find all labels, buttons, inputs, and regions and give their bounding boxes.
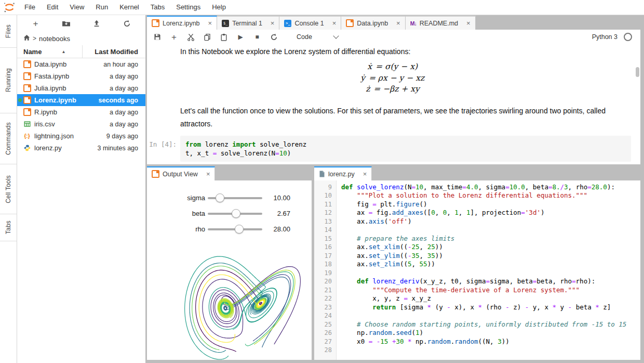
notebook-content[interactable]: In this Notebook we explore the Lorenz s… — [147, 44, 640, 164]
home-icon[interactable] — [23, 34, 30, 43]
copy-button[interactable] — [202, 32, 212, 42]
close-icon[interactable]: × — [396, 20, 400, 27]
cut-button[interactable] — [185, 32, 196, 42]
markdown-paragraph: Let's call the function once to view the… — [180, 105, 623, 131]
kernel-status: Python 3 — [592, 33, 640, 41]
code-line-16: 16 ax.set_xlim((-25, 25)) — [314, 243, 640, 252]
code-line-13: 13 ax.axis('off') — [314, 217, 640, 226]
file-name: R.ipynb — [34, 108, 57, 116]
slider-track[interactable] — [208, 197, 262, 199]
tab-lorenz-ipynb[interactable]: Lorenz.ipynb× — [147, 16, 217, 30]
close-icon[interactable]: × — [332, 20, 337, 27]
file-row-iris.csv[interactable]: iris.csva day ago — [17, 118, 145, 130]
restart-button[interactable] — [269, 32, 279, 42]
notebook-panel: Lorenz.ipynb×$_Terminal 1×>_Console 1×Da… — [147, 16, 640, 164]
cell-editor[interactable]: from lorenz import solve_lorenzt, x_t = … — [180, 136, 631, 162]
menu-run[interactable]: Run — [90, 0, 114, 15]
json-icon: {:} — [24, 133, 30, 139]
output-view-panel: Output View× sigma10.00beta2.67rho28.00 — [147, 166, 312, 360]
new-launcher-button[interactable]: + — [29, 17, 42, 30]
code-line-17: 17 ax.set_ylim((-35, 35)) — [314, 252, 640, 261]
upload-button[interactable] — [90, 17, 103, 30]
new-folder-button[interactable] — [60, 17, 72, 30]
menu-edit[interactable]: Edit — [41, 0, 64, 15]
file-icon — [319, 171, 325, 177]
menu-help[interactable]: Help — [206, 0, 232, 15]
sidebar-tab-running[interactable]: Running — [0, 48, 17, 113]
sidebar-tab-files[interactable]: Files — [0, 15, 17, 48]
breadcrumb-path[interactable]: notebooks — [39, 35, 70, 43]
kernel-name[interactable]: Python 3 — [592, 33, 618, 41]
close-icon[interactable]: × — [271, 20, 275, 27]
slider-track[interactable] — [208, 228, 262, 230]
breadcrumb[interactable]: > notebooks — [17, 32, 145, 45]
chevron-down-icon[interactable] — [333, 33, 339, 38]
refresh-button[interactable] — [121, 17, 133, 30]
slider-track[interactable] — [208, 213, 262, 215]
code-line-24: 24 — [314, 312, 640, 320]
column-header-name[interactable]: Name — [17, 48, 42, 56]
csv-icon — [24, 121, 31, 127]
slider-handle[interactable] — [216, 193, 224, 202]
tab-console-1[interactable]: >_Console 1× — [279, 16, 341, 30]
code-line-20: 20 def lorenz_deriv(x_y_z, t0, sigma=sig… — [314, 277, 640, 286]
file-row-julia.ipynb[interactable]: Julia.ipynba day ago — [17, 82, 145, 94]
slider-value: 10.00 — [264, 194, 290, 202]
main-tab-bar: Lorenz.ipynb×$_Terminal 1×>_Console 1×Da… — [147, 16, 640, 30]
menu-tabs[interactable]: Tabs — [145, 0, 170, 15]
save-button[interactable] — [152, 32, 163, 42]
code-line-19: 19 — [314, 269, 640, 278]
sidebar-tab-label: Running — [5, 68, 12, 92]
sidebar-tab-tabs[interactable]: Tabs — [0, 214, 17, 241]
sidebar-tab-label: Tabs — [5, 221, 12, 234]
close-icon[interactable]: × — [363, 171, 367, 177]
tab-terminal-1[interactable]: $_Terminal 1× — [217, 16, 279, 30]
code-lines[interactable]: 89def solve_lorenz(N=10, max_time=4.0, s… — [314, 180, 640, 355]
file-row-lightning.json[interactable]: {:}lightning.json9 days ago — [17, 130, 145, 142]
tab-data-ipynb[interactable]: Data.ipynb× — [341, 16, 405, 30]
file-row-r.ipynb[interactable]: R.ipynba day ago — [17, 106, 145, 118]
sort-ascending-icon[interactable]: ▲ — [61, 49, 65, 54]
column-header-last-modified[interactable]: Last Modified — [95, 48, 138, 56]
close-icon[interactable]: × — [208, 20, 212, 27]
tab-readme-md[interactable]: M↓README.md× — [406, 16, 476, 30]
menu-settings[interactable]: Settings — [170, 0, 206, 15]
tab-output-view[interactable]: Output View× — [147, 166, 215, 180]
menu-view[interactable]: View — [64, 0, 90, 15]
stop-button[interactable]: ■ — [252, 32, 262, 42]
file-row-data.ipynb[interactable]: Data.ipynban hour ago — [17, 58, 145, 70]
code-line-27: 27 x0 = -15 +30 * np.random.random((N, 3… — [314, 338, 640, 346]
editor-panel: lorenz.py× 89def solve_lorenz(N=10, max_… — [314, 166, 640, 360]
sidebar-tab-commands[interactable]: Commands — [0, 113, 17, 164]
file-row-fasta.ipynb[interactable]: Fasta.ipynba day ago — [17, 70, 145, 82]
save-icon — [154, 33, 161, 41]
run-button[interactable]: ▶ — [235, 32, 246, 42]
running-kernel-dot — [18, 98, 22, 102]
editor-body[interactable]: 89def solve_lorenz(N=10, max_time=4.0, s… — [314, 180, 640, 360]
plus-icon: + — [171, 33, 177, 42]
slider-handle[interactable] — [232, 209, 240, 218]
slider-handle[interactable] — [235, 225, 244, 234]
file-row-lorenz.ipynb[interactable]: Lorenz.ipynbseconds ago — [17, 94, 145, 106]
close-icon[interactable]: × — [466, 20, 471, 27]
run-icon: ▶ — [238, 33, 243, 41]
tab-lorenz-py[interactable]: lorenz.py× — [314, 166, 372, 180]
sidebar-tab-label: Commands — [5, 122, 12, 155]
refresh-icon — [270, 33, 278, 41]
scrollbar-thumb[interactable] — [636, 67, 639, 77]
file-name: Julia.ipynb — [34, 84, 66, 92]
menu-file[interactable]: File — [19, 0, 41, 15]
file-modified: seconds ago — [99, 97, 138, 104]
cell-type-dropdown[interactable]: Code — [297, 33, 312, 41]
close-icon[interactable]: × — [206, 171, 210, 177]
jupyter-logo-icon — [0, 1, 19, 14]
paste-button[interactable] — [219, 32, 229, 42]
kernel-idle-icon[interactable] — [624, 33, 632, 41]
menu-kernel[interactable]: Kernel — [114, 0, 145, 15]
file-name: lightning.json — [34, 132, 74, 140]
file-row-lorenz.py[interactable]: lorenz.py3 minutes ago — [17, 142, 145, 154]
insert-cell-button[interactable]: + — [169, 32, 179, 42]
sidebar-tab-cell-tools[interactable]: Cell Tools — [0, 164, 17, 214]
tab-label: lorenz.py — [328, 171, 355, 178]
output-view-tab-bar: Output View× — [147, 166, 312, 180]
